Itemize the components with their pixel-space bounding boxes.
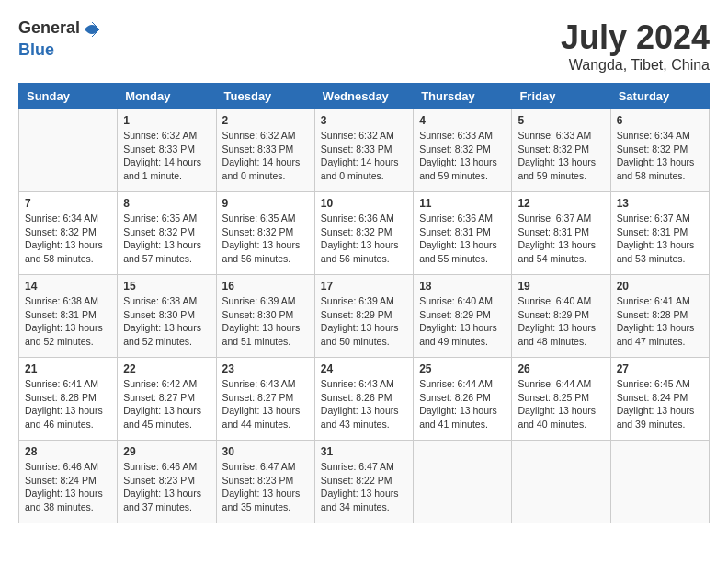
cell-content: Sunrise: 6:36 AMSunset: 8:31 PMDaylight:…	[419, 212, 506, 266]
calendar-cell: 25Sunrise: 6:44 AMSunset: 8:26 PMDayligh…	[414, 358, 512, 441]
day-number: 5	[518, 114, 604, 127]
calendar-cell: 16Sunrise: 6:39 AMSunset: 8:30 PMDayligh…	[216, 275, 314, 358]
calendar-cell: 24Sunrise: 6:43 AMSunset: 8:26 PMDayligh…	[314, 358, 413, 441]
calendar-cell: 26Sunrise: 6:44 AMSunset: 8:25 PMDayligh…	[512, 358, 610, 441]
cell-content: Sunrise: 6:46 AMSunset: 8:23 PMDaylight:…	[123, 460, 210, 514]
day-number: 18	[419, 280, 506, 293]
cell-content: Sunrise: 6:44 AMSunset: 8:25 PMDaylight:…	[518, 377, 604, 431]
header-cell-sunday: Sunday	[19, 84, 118, 109]
day-number: 20	[617, 280, 703, 293]
cell-content: Sunrise: 6:36 AMSunset: 8:32 PMDaylight:…	[321, 212, 407, 266]
cell-content: Sunrise: 6:46 AMSunset: 8:24 PMDaylight:…	[25, 460, 111, 514]
cell-content: Sunrise: 6:47 AMSunset: 8:22 PMDaylight:…	[321, 460, 407, 514]
day-number: 4	[419, 114, 506, 127]
calendar-cell: 29Sunrise: 6:46 AMSunset: 8:23 PMDayligh…	[118, 441, 216, 523]
header-cell-wednesday: Wednesday	[314, 84, 413, 109]
day-number: 17	[321, 280, 407, 293]
calendar-cell: 20Sunrise: 6:41 AMSunset: 8:28 PMDayligh…	[610, 275, 709, 358]
header-cell-tuesday: Tuesday	[216, 84, 314, 109]
calendar-cell: 18Sunrise: 6:40 AMSunset: 8:29 PMDayligh…	[414, 275, 512, 358]
day-number: 14	[25, 280, 111, 293]
calendar-cell: 28Sunrise: 6:46 AMSunset: 8:24 PMDayligh…	[19, 441, 118, 523]
calendar-cell: 15Sunrise: 6:38 AMSunset: 8:30 PMDayligh…	[118, 275, 216, 358]
cell-content: Sunrise: 6:37 AMSunset: 8:31 PMDaylight:…	[617, 212, 703, 266]
logo-icon	[81, 18, 103, 40]
calendar-cell: 22Sunrise: 6:42 AMSunset: 8:27 PMDayligh…	[118, 358, 216, 441]
day-number: 27	[617, 362, 703, 375]
calendar-body: 1Sunrise: 6:32 AMSunset: 8:33 PMDaylight…	[19, 109, 710, 523]
week-row-3: 14Sunrise: 6:38 AMSunset: 8:31 PMDayligh…	[19, 275, 710, 358]
calendar-cell: 3Sunrise: 6:32 AMSunset: 8:33 PMDaylight…	[314, 109, 413, 192]
logo-blue: Blue	[18, 40, 54, 59]
day-number: 26	[518, 362, 604, 375]
cell-content: Sunrise: 6:32 AMSunset: 8:33 PMDaylight:…	[123, 129, 210, 183]
cell-content: Sunrise: 6:47 AMSunset: 8:23 PMDaylight:…	[222, 460, 309, 514]
calendar-cell: 8Sunrise: 6:35 AMSunset: 8:32 PMDaylight…	[118, 192, 216, 275]
calendar-cell: 12Sunrise: 6:37 AMSunset: 8:31 PMDayligh…	[512, 192, 610, 275]
day-number: 23	[222, 362, 309, 375]
calendar-cell	[610, 441, 709, 523]
day-number: 12	[518, 197, 604, 210]
calendar-cell: 4Sunrise: 6:33 AMSunset: 8:32 PMDaylight…	[414, 109, 512, 192]
day-number: 28	[25, 445, 111, 458]
day-number: 29	[123, 445, 210, 458]
header-cell-monday: Monday	[118, 84, 216, 109]
cell-content: Sunrise: 6:33 AMSunset: 8:32 PMDaylight:…	[518, 129, 604, 183]
cell-content: Sunrise: 6:42 AMSunset: 8:27 PMDaylight:…	[123, 377, 210, 431]
calendar-cell	[414, 441, 512, 523]
header-cell-saturday: Saturday	[610, 84, 709, 109]
logo-text: General Blue	[18, 18, 104, 60]
week-row-5: 28Sunrise: 6:46 AMSunset: 8:24 PMDayligh…	[19, 441, 710, 523]
cell-content: Sunrise: 6:40 AMSunset: 8:29 PMDaylight:…	[518, 294, 604, 349]
calendar-header: SundayMondayTuesdayWednesdayThursdayFrid…	[19, 84, 710, 109]
header-row: SundayMondayTuesdayWednesdayThursdayFrid…	[19, 84, 710, 109]
calendar-cell: 10Sunrise: 6:36 AMSunset: 8:32 PMDayligh…	[314, 192, 413, 275]
calendar-cell: 2Sunrise: 6:32 AMSunset: 8:33 PMDaylight…	[216, 109, 314, 192]
day-number: 6	[617, 114, 703, 127]
calendar-cell: 17Sunrise: 6:39 AMSunset: 8:29 PMDayligh…	[314, 275, 413, 358]
day-number: 25	[419, 362, 506, 375]
page-header: General Blue July 2024 Wangda, Tibet, Ch…	[18, 18, 710, 74]
day-number: 8	[123, 197, 210, 210]
day-number: 9	[222, 197, 309, 210]
day-number: 1	[123, 114, 210, 127]
calendar-cell: 27Sunrise: 6:45 AMSunset: 8:24 PMDayligh…	[610, 358, 709, 441]
cell-content: Sunrise: 6:32 AMSunset: 8:33 PMDaylight:…	[222, 129, 309, 183]
day-number: 15	[123, 280, 210, 293]
day-number: 19	[518, 280, 604, 293]
title-area: July 2024 Wangda, Tibet, China	[561, 18, 710, 74]
day-number: 16	[222, 280, 309, 293]
cell-content: Sunrise: 6:43 AMSunset: 8:26 PMDaylight:…	[321, 377, 407, 431]
calendar-cell: 19Sunrise: 6:40 AMSunset: 8:29 PMDayligh…	[512, 275, 610, 358]
calendar-cell: 7Sunrise: 6:34 AMSunset: 8:32 PMDaylight…	[19, 192, 118, 275]
calendar-cell: 11Sunrise: 6:36 AMSunset: 8:31 PMDayligh…	[414, 192, 512, 275]
calendar-cell: 21Sunrise: 6:41 AMSunset: 8:28 PMDayligh…	[19, 358, 118, 441]
cell-content: Sunrise: 6:37 AMSunset: 8:31 PMDaylight:…	[518, 212, 604, 266]
cell-content: Sunrise: 6:35 AMSunset: 8:32 PMDaylight:…	[123, 212, 210, 266]
cell-content: Sunrise: 6:40 AMSunset: 8:29 PMDaylight:…	[419, 294, 506, 349]
cell-content: Sunrise: 6:34 AMSunset: 8:32 PMDaylight:…	[617, 129, 703, 183]
week-row-2: 7Sunrise: 6:34 AMSunset: 8:32 PMDaylight…	[19, 192, 710, 275]
logo-general: General	[18, 18, 80, 37]
cell-content: Sunrise: 6:32 AMSunset: 8:33 PMDaylight:…	[321, 129, 407, 183]
calendar-cell: 6Sunrise: 6:34 AMSunset: 8:32 PMDaylight…	[610, 109, 709, 192]
day-number: 2	[222, 114, 309, 127]
cell-content: Sunrise: 6:45 AMSunset: 8:24 PMDaylight:…	[617, 377, 703, 431]
day-number: 31	[321, 445, 407, 458]
calendar-table: SundayMondayTuesdayWednesdayThursdayFrid…	[18, 83, 710, 523]
calendar-cell	[512, 441, 610, 523]
day-number: 11	[419, 197, 506, 210]
calendar-cell: 13Sunrise: 6:37 AMSunset: 8:31 PMDayligh…	[610, 192, 709, 275]
day-number: 3	[321, 114, 407, 127]
day-number: 13	[617, 197, 703, 210]
cell-content: Sunrise: 6:39 AMSunset: 8:30 PMDaylight:…	[222, 294, 309, 349]
calendar-cell: 9Sunrise: 6:35 AMSunset: 8:32 PMDaylight…	[216, 192, 314, 275]
cell-content: Sunrise: 6:39 AMSunset: 8:29 PMDaylight:…	[321, 294, 407, 349]
cell-content: Sunrise: 6:38 AMSunset: 8:30 PMDaylight:…	[123, 294, 210, 349]
cell-content: Sunrise: 6:35 AMSunset: 8:32 PMDaylight:…	[222, 212, 309, 266]
header-cell-thursday: Thursday	[414, 84, 512, 109]
calendar-cell: 30Sunrise: 6:47 AMSunset: 8:23 PMDayligh…	[216, 441, 314, 523]
cell-content: Sunrise: 6:44 AMSunset: 8:26 PMDaylight:…	[419, 377, 506, 431]
cell-content: Sunrise: 6:33 AMSunset: 8:32 PMDaylight:…	[419, 129, 506, 183]
calendar-cell: 5Sunrise: 6:33 AMSunset: 8:32 PMDaylight…	[512, 109, 610, 192]
